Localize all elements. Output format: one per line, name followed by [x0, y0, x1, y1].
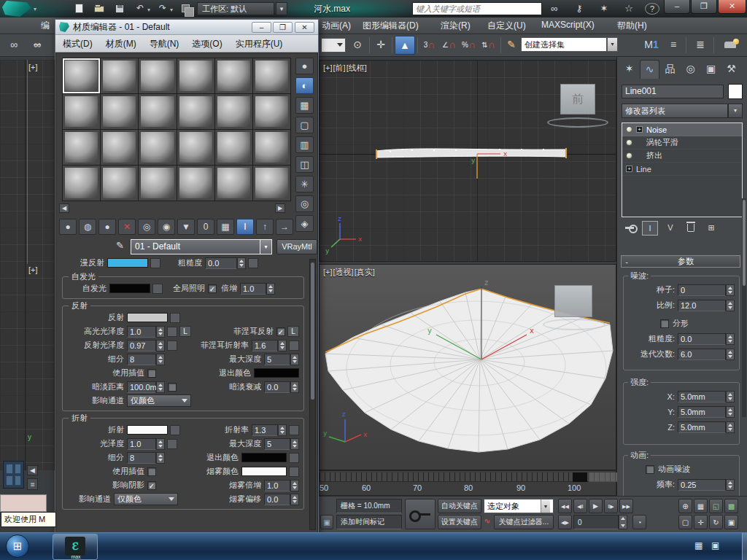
show-desktop-button[interactable] [742, 533, 747, 560]
refract-subdivs-spinner[interactable] [156, 452, 165, 464]
reflect-glossiness-field[interactable]: 0.97 [127, 340, 156, 351]
material-sample-slot[interactable] [63, 58, 100, 93]
viewcube-compass-ring[interactable] [547, 117, 608, 128]
go-forward-to-sibling-icon[interactable]: → [276, 219, 293, 235]
me-minimize-button[interactable]: – [252, 22, 271, 33]
exit-color-map-button[interactable] [289, 453, 299, 463]
reset-map-icon[interactable]: ✕ [118, 219, 136, 235]
percent-snap-toggle-icon[interactable]: %∩ [460, 36, 478, 55]
rglossy-spinner[interactable] [156, 340, 165, 351]
viewport-shading-label[interactable]: [真实] [355, 268, 375, 276]
zoom-all-icon[interactable]: ▦ [694, 499, 708, 513]
viewport-shading-label[interactable]: [线框] [347, 63, 367, 72]
pick-material-eyedropper-icon[interactable]: ✎ [116, 240, 126, 253]
select-by-material-icon[interactable]: ◎ [295, 195, 314, 212]
material-sample-slot[interactable] [215, 130, 252, 165]
diffuse-map-button[interactable] [150, 258, 160, 268]
tab-create[interactable]: ✶ [619, 60, 639, 79]
max-depth-spinner[interactable] [290, 354, 299, 365]
modifier-onoff-bulb-icon[interactable] [626, 152, 632, 159]
material-sample-slot[interactable] [101, 94, 138, 129]
expand-icon[interactable]: + [636, 126, 643, 133]
material-sample-slot[interactable] [101, 130, 138, 165]
orbit-icon[interactable]: ↻ [709, 515, 723, 529]
me-menu-material[interactable]: 材质(M) [106, 38, 136, 52]
viewport-menu-label[interactable]: [+] [28, 63, 38, 71]
workspace-dropdown[interactable]: 工作区: 默认 [197, 2, 274, 15]
new-scene-button[interactable] [71, 2, 87, 15]
keyboard-shortcut-override-icon[interactable]: ▲ [395, 36, 415, 55]
modifier-list-arrow-icon[interactable]: ▾ [728, 104, 743, 118]
glossiness-field[interactable]: 1.0 [127, 438, 156, 450]
app-logo-icon[interactable] [2, 1, 31, 17]
seed-field[interactable]: 0 [678, 284, 726, 296]
selfillum-color-swatch[interactable] [109, 284, 150, 293]
fog-bias-spinner[interactable] [290, 494, 299, 505]
parameters-rollout-header[interactable]: - 参数 [621, 255, 740, 268]
collapse-icon[interactable]: - [622, 257, 632, 266]
gi-checkbox[interactable] [208, 284, 217, 293]
viewport-menu-label[interactable]: [+] [323, 268, 333, 276]
taskbar-3dsmax-button[interactable]: Ɜ max [53, 534, 98, 560]
max-depth-field[interactable]: 5 [264, 354, 290, 365]
material-sample-slot[interactable] [139, 58, 176, 93]
viewcube-face-label[interactable]: 前 [572, 93, 584, 105]
frequency-spinner[interactable] [726, 479, 735, 491]
fog-color-map-button[interactable] [289, 467, 299, 477]
menu-graph-editors[interactable]: 图形编辑器(D) [363, 20, 419, 32]
selfillum-map-button[interactable] [152, 284, 163, 294]
dim-falloff-spinner[interactable] [290, 381, 299, 393]
iterations-spinner[interactable] [726, 349, 735, 360]
menu-maxscript[interactable]: MAXScript(X) [541, 20, 595, 30]
edit-named-selection-sets-icon[interactable]: ✎ [503, 36, 519, 55]
seed-spinner[interactable] [726, 284, 735, 296]
roughness-spinner[interactable] [237, 257, 246, 269]
search-icon[interactable]: ∞ [546, 1, 563, 16]
y-spinner[interactable] [726, 406, 735, 418]
snaps-toggle-icon[interactable]: 3∩ [420, 36, 438, 55]
fresnel-ior-map-button[interactable] [289, 341, 299, 351]
viewport-front-label[interactable]: [+][前][线框] [323, 63, 368, 74]
redo-dropdown-arrow-icon[interactable]: ▾ [170, 7, 173, 13]
configure-modifier-sets-icon[interactable]: ⊞ [703, 221, 719, 236]
material-sample-slot[interactable] [177, 94, 214, 129]
roughness-field[interactable]: 0.0 [678, 333, 726, 345]
fractal-checkbox[interactable] [660, 319, 669, 328]
tab-modify[interactable]: ∿ [640, 60, 659, 79]
save-file-button[interactable] [112, 2, 128, 15]
align-icon[interactable]: ≡ [664, 36, 683, 55]
material-sample-slot[interactable] [139, 130, 176, 165]
material-sample-slot[interactable] [253, 58, 290, 93]
material-sample-slot[interactable] [177, 166, 214, 201]
reflect-color-swatch[interactable] [127, 313, 168, 322]
mini-track-icon[interactable]: ≣ [27, 478, 38, 490]
material-sample-slot[interactable] [215, 58, 252, 93]
backlight-icon[interactable]: ◐ [295, 77, 314, 94]
stack-item-extrude[interactable]: 挤出 [622, 149, 742, 163]
select-and-manipulate-icon[interactable]: ✛ [372, 36, 390, 55]
viewport-menu-label[interactable]: [+] [323, 63, 333, 72]
put-to-library-icon[interactable]: ▼ [177, 219, 195, 235]
subdivs-spinner[interactable] [156, 354, 165, 365]
refract-max-depth-spinner[interactable] [290, 438, 299, 450]
zoom-extents-all-icon[interactable]: ▩ [724, 499, 738, 513]
help-icon[interactable]: ? [645, 3, 659, 15]
spinner-snap-toggle-icon[interactable]: ⇅∩ [479, 36, 498, 55]
unlink-selection-icon[interactable]: ∞ [28, 36, 47, 55]
hglossy-spinner[interactable] [156, 326, 165, 338]
track-bar[interactable]: 50 60 70 80 90 100 [319, 470, 616, 496]
stack-item-line[interactable]: + Line [622, 163, 742, 176]
me-menu-utilities[interactable]: 实用程序(U) [236, 38, 283, 52]
me-restore-button[interactable]: ❐ [273, 22, 293, 33]
play-button[interactable]: ▶ [589, 499, 603, 513]
glossiness-spinner[interactable] [156, 438, 165, 450]
time-configuration-icon[interactable]: ◔ [632, 515, 646, 529]
undo-dropdown-arrow-icon[interactable]: ▾ [147, 7, 150, 13]
me-menu-navigation[interactable]: 导航(N) [150, 38, 179, 52]
hglossy-map-button[interactable] [167, 327, 177, 337]
workspace-dropdown-arrow-icon[interactable]: ▾ [276, 2, 287, 15]
material-sample-slot[interactable] [177, 58, 214, 93]
animate-noise-checkbox[interactable] [646, 465, 654, 474]
menu-edit-partial[interactable]: 编 [41, 20, 50, 32]
glossiness-map-button[interactable] [167, 439, 177, 449]
